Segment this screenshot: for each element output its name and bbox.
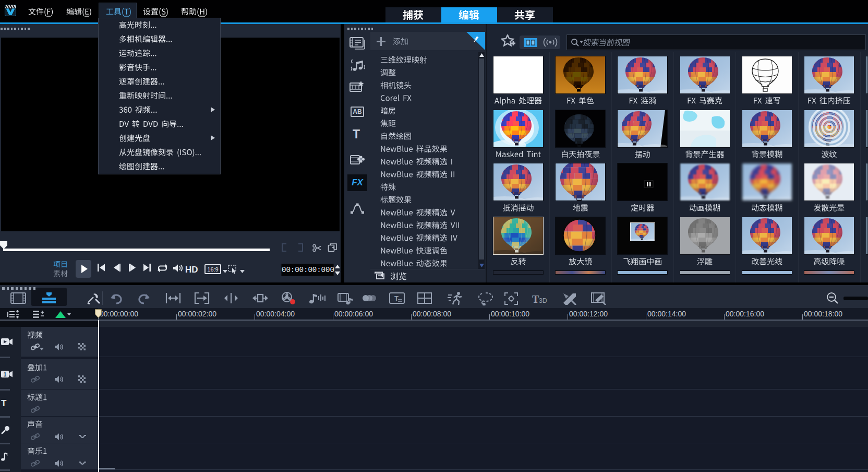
- svg-text:1: 1: [4, 372, 7, 377]
- svg-text:T: T: [394, 294, 399, 302]
